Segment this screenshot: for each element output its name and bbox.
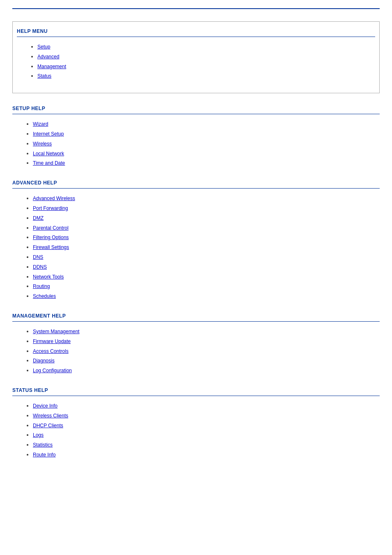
list-item: Wireless Clients [33,412,380,420]
adv-link-firewall[interactable]: Firewall Settings [33,244,69,250]
management-help-section: MANAGEMENT HELP System Management Firmwa… [12,313,380,375]
list-item: DMZ [33,214,380,223]
help-menu-title: HELP MENU [17,28,375,34]
status-help-divider [12,396,380,396]
mgmt-link-system[interactable]: System Management [33,329,79,334]
status-link-statistics[interactable]: Statistics [33,442,53,448]
list-item: Wireless [33,140,380,148]
status-link-route-info[interactable]: Route Info [33,452,55,458]
list-item: Diagnosis [33,357,380,365]
status-link-dhcp-clients[interactable]: DHCP Clients [33,423,63,428]
list-item: Advanced [37,53,375,61]
adv-link-wireless[interactable]: Advanced Wireless [33,196,75,201]
list-item: Access Controls [33,347,380,356]
help-menu-link-management[interactable]: Management [37,64,66,69]
adv-link-dmz[interactable]: DMZ [33,215,44,221]
list-item: Advanced Wireless [33,194,380,203]
help-menu-divider [17,37,375,37]
advanced-help-divider [12,188,380,189]
setup-link-internet[interactable]: Internet Setup [33,131,64,137]
status-help-title: STATUS HELP [12,387,380,393]
help-menu-link-setup[interactable]: Setup [37,44,50,50]
setup-help-list: Wizard Internet Setup Wireless Local Net… [12,120,380,168]
list-item: Firmware Update [33,337,380,346]
list-item: DDNS [33,263,380,272]
mgmt-link-diagnosis[interactable]: Diagnosis [33,358,55,364]
advanced-help-title: ADVANCED HELP [12,180,380,186]
mgmt-link-firmware[interactable]: Firmware Update [33,339,71,344]
page-wrapper: HELP MENU Setup Advanced Management Stat… [0,0,392,480]
adv-link-filtering[interactable]: Filtering Options [33,235,69,240]
adv-link-dns[interactable]: DNS [33,254,43,260]
management-help-divider [12,321,380,322]
list-item: Network Tools [33,273,380,281]
list-item: Internet Setup [33,130,380,138]
setup-link-time-date[interactable]: Time and Date [33,160,65,166]
adv-link-ddns[interactable]: DDNS [33,264,47,270]
adv-link-network-tools[interactable]: Network Tools [33,274,64,280]
setup-link-local-network[interactable]: Local Network [33,151,64,157]
list-item: Setup [37,43,375,51]
list-item: Parental Control [33,224,380,233]
list-item: Status [37,72,375,81]
mgmt-link-access[interactable]: Access Controls [33,348,69,354]
help-menu-link-advanced[interactable]: Advanced [37,54,59,60]
mgmt-link-log[interactable]: Log Configuration [33,368,72,373]
status-link-wireless-clients[interactable]: Wireless Clients [33,413,68,419]
adv-link-parental[interactable]: Parental Control [33,225,69,231]
status-link-device-info[interactable]: Device Info [33,403,58,409]
list-item: System Management [33,327,380,336]
list-item: Filtering Options [33,233,380,242]
list-item: Wizard [33,120,380,129]
status-help-section: STATUS HELP Device Info Wireless Clients… [12,387,380,459]
management-help-title: MANAGEMENT HELP [12,313,380,319]
adv-link-port-forwarding[interactable]: Port Forwarding [33,205,68,211]
list-item: Device Info [33,402,380,410]
list-item: Management [37,62,375,71]
list-item: DNS [33,253,380,262]
advanced-help-section: ADVANCED HELP Advanced Wireless Port For… [12,180,380,301]
advanced-help-list: Advanced Wireless Port Forwarding DMZ Pa… [12,194,380,301]
list-item: Route Info [33,451,380,459]
help-menu-list: Setup Advanced Management Status [17,43,375,81]
list-item: Port Forwarding [33,204,380,213]
management-help-list: System Management Firmware Update Access… [12,327,380,375]
list-item: Logs [33,431,380,440]
list-item: Time and Date [33,159,380,168]
list-item: Routing [33,282,380,291]
setup-help-divider [12,114,380,114]
setup-help-title: SETUP HELP [12,106,380,111]
setup-link-wizard[interactable]: Wizard [33,121,48,127]
list-item: Firewall Settings [33,243,380,252]
help-menu-box: HELP MENU Setup Advanced Management Stat… [12,21,380,93]
status-help-list: Device Info Wireless Clients DHCP Client… [12,402,380,459]
adv-link-routing[interactable]: Routing [33,283,50,289]
list-item: Local Network [33,150,380,158]
help-menu-link-status[interactable]: Status [37,73,51,79]
list-item: Schedules [33,292,380,301]
setup-link-wireless[interactable]: Wireless [33,141,52,147]
list-item: Log Configuration [33,366,380,375]
adv-link-schedules[interactable]: Schedules [33,293,56,299]
status-link-logs[interactable]: Logs [33,432,44,438]
setup-help-section: SETUP HELP Wizard Internet Setup Wireles… [12,106,380,168]
list-item: Statistics [33,441,380,449]
top-border [12,8,380,9]
list-item: DHCP Clients [33,421,380,430]
